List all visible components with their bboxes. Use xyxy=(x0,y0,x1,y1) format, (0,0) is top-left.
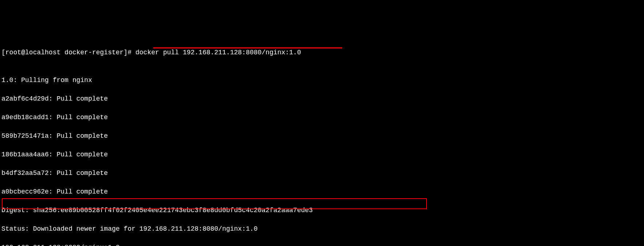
pull-output-line: 589b7251471a: Pull complete xyxy=(1,132,643,141)
prompt: [root@localhost docker-register]# xyxy=(1,49,135,56)
terminal-output: [root@localhost docker-register]# docker… xyxy=(1,39,643,246)
command-line-1: [root@localhost docker-register]# docker… xyxy=(1,48,643,58)
pull-output-line: 1.0: Pulling from nginx xyxy=(1,76,643,85)
pull-output-line: a2abf6c4d29d: Pull complete xyxy=(1,94,643,104)
pull-output-line: 192.168.211.128:8080/nginx:1.0 xyxy=(1,243,643,246)
command-underline-annotation xyxy=(153,47,342,48)
pull-output-line: 186b1aaa4aa6: Pull complete xyxy=(1,150,643,160)
pull-output-line: b4df32aa5a72: Pull complete xyxy=(1,169,643,178)
command-text: docker pull 192.168.211.128:8080/nginx:1… xyxy=(135,49,301,56)
highlighted-row-annotation xyxy=(2,198,427,209)
pull-output-line: a9edb18cadd1: Pull complete xyxy=(1,113,643,122)
pull-output-line: a0bcbecc962e: Pull complete xyxy=(1,187,643,197)
pull-output-line: Status: Downloaded newer image for 192.1… xyxy=(1,224,643,234)
